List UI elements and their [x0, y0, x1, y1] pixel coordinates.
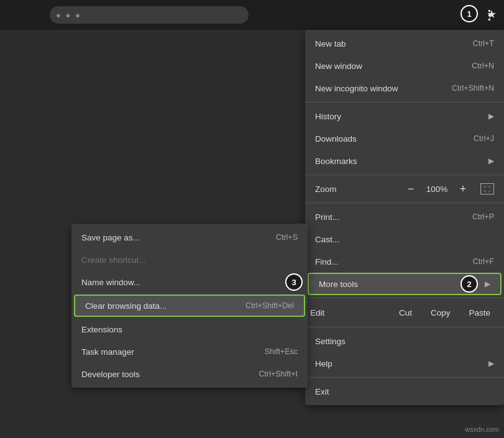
zoom-fullscreen-button[interactable]: ⛶: [480, 183, 494, 194]
menu-item-help[interactable]: Help ▶: [305, 352, 504, 375]
save-page-shortcut: Ctrl+S: [276, 233, 298, 242]
more-tools-arrow: ▶: [485, 280, 490, 288]
extensions-label: Extensions: [81, 325, 298, 334]
paste-button[interactable]: Paste: [460, 306, 499, 320]
help-label: Help: [315, 359, 483, 368]
divider-5: [305, 327, 504, 327]
print-shortcut: Ctrl+P: [472, 212, 494, 221]
help-arrow: ▶: [488, 359, 494, 368]
divider-2: [305, 175, 504, 175]
exit-label: Exit: [315, 387, 494, 396]
main-menu: New tab Ctrl+T New window Ctrl+N New inc…: [305, 30, 504, 405]
address-text: ● ● ●: [56, 11, 81, 20]
cut-button[interactable]: Cut: [390, 306, 421, 320]
sub-menu-item-create-shortcut[interactable]: Create shortcut...: [71, 249, 308, 271]
divider-4: [305, 298, 504, 298]
new-window-shortcut: Ctrl+N: [472, 62, 494, 70]
task-manager-label: Task manager: [81, 347, 252, 357]
menu-item-bookmarks[interactable]: Bookmarks ▶: [305, 150, 504, 172]
sub-menu-item-task-manager[interactable]: Task manager Shift+Esc: [71, 340, 308, 363]
zoom-value: 100%: [424, 185, 449, 194]
zoom-controls: − 100% + ⛶: [403, 181, 494, 196]
zoom-label: Zoom: [315, 185, 403, 194]
zoom-minus-button[interactable]: −: [403, 181, 418, 196]
bookmarks-label: Bookmarks: [315, 157, 483, 166]
edit-label: Edit: [310, 308, 389, 317]
zoom-row: Zoom − 100% + ⛶: [305, 178, 504, 200]
menu-item-cast[interactable]: Cast...: [305, 228, 504, 250]
settings-label: Settings: [315, 337, 494, 346]
browser-bar: ● ● ● ★: [0, 0, 504, 30]
cast-label: Cast...: [315, 235, 494, 244]
menu-item-exit[interactable]: Exit: [305, 380, 504, 403]
zoom-plus-button[interactable]: +: [456, 181, 470, 196]
history-label: History: [315, 112, 483, 121]
task-manager-shortcut: Shift+Esc: [265, 347, 298, 356]
menu-item-downloads[interactable]: Downloads Ctrl+J: [305, 127, 504, 150]
history-arrow: ▶: [488, 112, 494, 121]
downloads-shortcut: Ctrl+J: [474, 134, 494, 143]
menu-item-new-window[interactable]: New window Ctrl+N: [305, 55, 504, 77]
menu-item-history[interactable]: History ▶: [305, 105, 504, 127]
bookmarks-arrow: ▶: [488, 157, 494, 165]
find-shortcut: Ctrl+F: [473, 257, 494, 266]
menu-item-print[interactable]: Print... Ctrl+P: [305, 206, 504, 228]
sub-menu-item-clear-browsing[interactable]: Clear browsing data... Ctrl+Shift+Del: [74, 294, 305, 317]
watermark: wsxdn.com: [465, 426, 499, 433]
dev-tools-shortcut: Ctrl+Shift+I: [259, 370, 298, 378]
divider-3: [305, 203, 504, 203]
menu-item-incognito[interactable]: New incognito window Ctrl+Shift+N: [305, 77, 504, 99]
divider-1: [305, 102, 504, 103]
clear-browsing-shortcut: Ctrl+Shift+Del: [245, 301, 294, 310]
name-window-label: Name window...: [81, 278, 298, 287]
print-label: Print...: [315, 212, 460, 222]
incognito-shortcut: Ctrl+Shift+N: [452, 84, 494, 93]
clear-browsing-label: Clear browsing data...: [85, 301, 233, 311]
new-tab-label: New tab: [315, 39, 460, 48]
sub-menu-item-save-page[interactable]: Save page as... Ctrl+S: [71, 226, 308, 249]
incognito-label: New incognito window: [315, 84, 439, 93]
three-dot-button[interactable]: ⋮: [479, 5, 499, 25]
new-window-label: New window: [315, 62, 459, 71]
sub-menu-item-extensions[interactable]: Extensions: [71, 318, 308, 340]
downloads-label: Downloads: [315, 134, 461, 144]
save-page-label: Save page as...: [81, 233, 263, 242]
menu-item-find[interactable]: Find... Ctrl+F: [305, 250, 504, 273]
more-tools-label: More tools: [319, 280, 480, 289]
find-label: Find...: [315, 257, 460, 267]
create-shortcut-label: Create shortcut...: [81, 255, 298, 265]
sub-menu-item-dev-tools[interactable]: Developer tools Ctrl+Shift+I: [71, 363, 308, 385]
annotation-circle-1: 1: [460, 5, 478, 22]
menu-item-more-tools[interactable]: More tools 2 ▶: [308, 273, 502, 295]
sub-menu: Save page as... Ctrl+S Create shortcut..…: [71, 224, 308, 388]
dev-tools-label: Developer tools: [81, 370, 246, 379]
divider-6: [305, 377, 504, 378]
annotation-circle-2: 2: [460, 275, 478, 293]
sub-menu-item-name-window[interactable]: Name window... 3: [71, 271, 308, 293]
annotation-circle-3: 3: [285, 273, 303, 291]
new-tab-shortcut: Ctrl+T: [473, 39, 494, 48]
copy-button[interactable]: Copy: [422, 306, 459, 320]
edit-row: Edit Cut Copy Paste: [305, 301, 504, 324]
address-bar: ● ● ●: [50, 6, 249, 24]
menu-item-settings[interactable]: Settings: [305, 330, 504, 352]
menu-item-new-tab[interactable]: New tab Ctrl+T: [305, 32, 504, 55]
